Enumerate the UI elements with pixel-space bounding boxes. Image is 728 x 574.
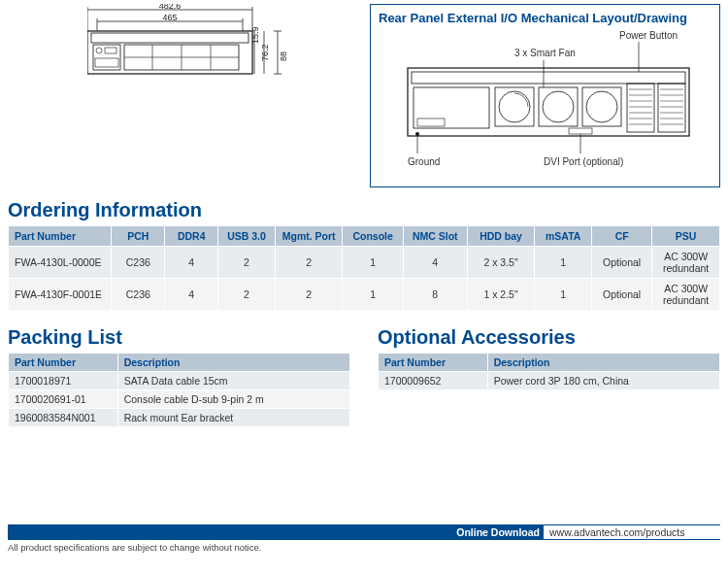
svg-rect-53	[569, 128, 592, 134]
table-cell: Console cable D-sub 9-pin 2 m	[117, 390, 349, 409]
table-cell: AC 300Wredundant	[652, 247, 720, 279]
table-cell: Optional	[591, 279, 651, 311]
callout-ground: Ground	[408, 156, 440, 167]
col-header: HDD bay	[467, 226, 535, 247]
table-cell: Power cord 3P 180 cm, China	[487, 372, 719, 390]
table-cell: 2	[218, 247, 276, 279]
svg-point-29	[543, 91, 574, 122]
col-header: CF	[591, 226, 651, 247]
table-cell: AC 300Wredundant	[652, 279, 720, 311]
table-row: 1700018971SATA Data cable 15cm	[9, 372, 350, 390]
col-header: Part Number	[379, 354, 488, 372]
table-cell: 1	[343, 279, 403, 311]
ordering-heading: Ordering Information	[8, 199, 720, 221]
svg-point-50	[415, 132, 419, 136]
table-cell: 1	[535, 279, 592, 311]
footer-url: www.advantech.com/products	[544, 525, 720, 539]
disclaimer: All product specifications are subject t…	[8, 542, 720, 553]
table-cell: 4	[403, 247, 467, 279]
svg-rect-24	[408, 68, 689, 136]
front-panel-drawing: 482.6 465 15.9 76.2	[8, 4, 358, 187]
table-cell: 4	[165, 247, 218, 279]
rear-panel-title: Rear Panel External I/O Mechanical Layou…	[379, 11, 711, 25]
svg-rect-16	[95, 58, 118, 67]
table-cell: 2	[218, 279, 276, 311]
table-row: FWA-4130F-0001EC236422181 x 2.5"1Optiona…	[9, 279, 720, 311]
svg-rect-7	[91, 33, 248, 43]
packing-heading: Packing List	[8, 326, 350, 349]
accessories-heading: Optional Accessories	[378, 326, 720, 349]
svg-rect-48	[414, 87, 489, 128]
table-cell: SATA Data cable 15cm	[117, 372, 349, 390]
dim-88: 88	[279, 51, 288, 61]
table-row: 1700009652Power cord 3P 180 cm, China	[379, 372, 720, 390]
dim-76-2: 76.2	[260, 44, 270, 61]
table-cell: 1700009652	[379, 372, 488, 390]
footer-bar: Online Download www.advantech.com/produc…	[8, 524, 720, 540]
table-cell: 1700018971	[9, 372, 118, 390]
col-header: USB 3.0	[218, 226, 276, 247]
col-header: PSU	[652, 226, 720, 247]
table-cell: C236	[112, 279, 165, 311]
col-header: NMC Slot	[403, 226, 467, 247]
table-cell: 1	[343, 247, 403, 279]
table-cell: 2 x 3.5"	[467, 247, 535, 279]
table-cell: 1	[535, 247, 592, 279]
col-header: Part Number	[9, 226, 112, 247]
svg-rect-15	[105, 48, 116, 53]
table-cell: Optional	[591, 247, 651, 279]
svg-rect-25	[412, 72, 685, 84]
svg-point-31	[586, 91, 617, 122]
ordering-table: Part NumberPCHDDR4USB 3.0Mgmt. PortConso…	[8, 225, 720, 311]
table-cell: C236	[112, 247, 165, 279]
svg-rect-30	[582, 87, 621, 126]
dim-465: 465	[162, 13, 177, 22]
footer-label: Online Download	[456, 526, 540, 538]
col-header: DDR4	[165, 226, 218, 247]
rear-panel-drawing: Rear Panel External I/O Mechanical Layou…	[370, 4, 720, 187]
svg-rect-32	[627, 84, 654, 132]
callout-power-button: Power Button	[619, 30, 678, 41]
table-cell: 2	[275, 247, 343, 279]
col-header: Mgmt. Port	[275, 226, 343, 247]
table-cell: 2	[275, 279, 343, 311]
svg-point-27	[499, 91, 530, 122]
dim-15-9: 15.9	[250, 26, 260, 44]
col-header: PCH	[112, 226, 165, 247]
table-row: FWA-4130L-0000EC236422142 x 3.5"1Optiona…	[9, 247, 720, 279]
accessories-table: Part NumberDescription 1700009652Power c…	[378, 353, 720, 390]
svg-rect-49	[417, 118, 445, 126]
svg-point-14	[96, 48, 102, 53]
packing-table: Part NumberDescription 1700018971SATA Da…	[8, 353, 350, 427]
table-cell: Rack mount Ear bracket	[117, 409, 349, 427]
col-header: Part Number	[9, 354, 118, 372]
col-header: Description	[487, 354, 719, 372]
svg-rect-33	[658, 84, 685, 132]
dim-482: 482.6	[159, 4, 182, 11]
col-header: Console	[343, 226, 403, 247]
table-cell: 4	[165, 279, 218, 311]
table-row: 1960083584N001Rack mount Ear bracket	[9, 409, 350, 427]
table-cell: FWA-4130F-0001E	[9, 279, 112, 311]
callout-dvi: DVI Port (optional)	[544, 156, 623, 167]
callout-smart-fan: 3 x Smart Fan	[514, 48, 576, 58]
table-cell: 1700020691-01	[9, 390, 118, 409]
table-cell: 8	[403, 279, 467, 311]
table-cell: FWA-4130L-0000E	[9, 247, 112, 279]
col-header: Description	[117, 354, 349, 372]
col-header: mSATA	[535, 226, 592, 247]
svg-rect-28	[539, 87, 578, 126]
svg-rect-6	[87, 31, 252, 74]
table-cell: 1960083584N001	[9, 409, 118, 427]
table-cell: 1 x 2.5"	[467, 279, 535, 311]
table-row: 1700020691-01Console cable D-sub 9-pin 2…	[9, 390, 350, 409]
